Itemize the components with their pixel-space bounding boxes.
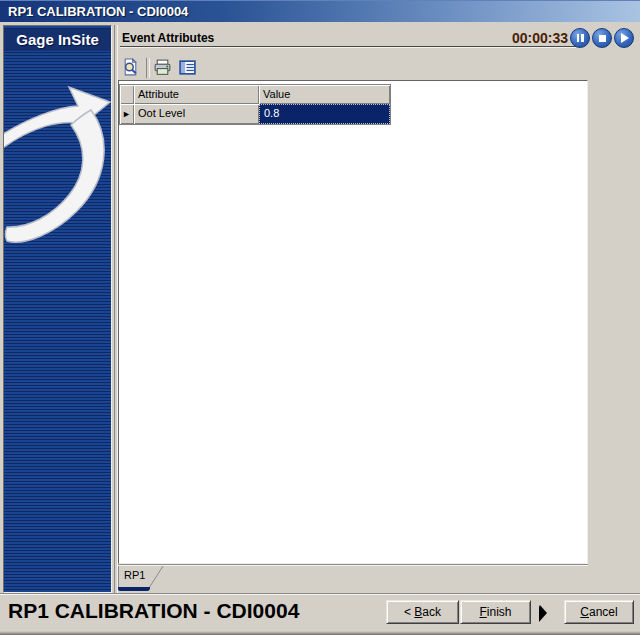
attributes-panel: [118, 80, 588, 564]
print-button[interactable]: [151, 56, 174, 79]
window-titlebar[interactable]: RP1 CALIBRATION - CDI0004: [0, 0, 640, 22]
value-cell[interactable]: 0.8: [259, 104, 390, 124]
cancel-button[interactable]: Cancel: [564, 600, 634, 624]
brand-logo-text: Gage InSite: [16, 31, 99, 48]
swoosh-arrow-icon: [4, 58, 112, 258]
pause-button[interactable]: [570, 28, 590, 48]
column-header-value[interactable]: Value: [259, 85, 390, 104]
expand-arrow-icon: [539, 604, 547, 622]
wizard-step-title: RP1 CALIBRATION - CDI0004: [8, 599, 299, 623]
window-title: RP1 CALIBRATION - CDI0004: [8, 4, 188, 19]
attributes-grid: Attribute Value ► Oot Level 0.8: [119, 84, 391, 125]
row-selector-arrow-icon: ►: [122, 109, 131, 119]
tab-label: RP1: [124, 569, 145, 581]
footer-divider: [0, 593, 640, 595]
column-header-attribute[interactable]: Attribute: [134, 85, 259, 104]
active-tab-indicator: [118, 587, 150, 591]
application-window: RP1 CALIBRATION - CDI0004 Gage InSite Ev…: [0, 0, 640, 635]
stop-button[interactable]: [592, 28, 612, 48]
window-bottom-edge: [0, 631, 640, 635]
header-divider: [120, 46, 576, 48]
elapsed-timer: 00:00:33: [500, 30, 568, 46]
play-button[interactable]: [614, 28, 634, 48]
grid-view-icon: [178, 58, 197, 77]
tabstrip-divider: [118, 564, 588, 566]
print-preview-button[interactable]: [119, 56, 142, 79]
play-icon: [621, 33, 629, 43]
sidebar-branding: Gage InSite: [3, 25, 112, 593]
row-selector[interactable]: ►: [120, 104, 134, 124]
grid-view-button[interactable]: [176, 56, 199, 79]
back-button[interactable]: < Back: [386, 600, 459, 624]
brand-band: Gage InSite: [4, 29, 111, 51]
toolbar-separator: [146, 58, 150, 78]
print-icon: [153, 58, 172, 77]
page-title: Event Attributes: [122, 31, 214, 45]
stop-icon: [599, 35, 606, 42]
selector-column-header: [120, 85, 134, 104]
expand-options-button[interactable]: [536, 602, 550, 622]
print-preview-icon: [121, 58, 140, 77]
attribute-cell[interactable]: Oot Level: [134, 104, 259, 124]
finish-button[interactable]: Finish: [460, 600, 531, 624]
pause-icon: [577, 34, 584, 42]
